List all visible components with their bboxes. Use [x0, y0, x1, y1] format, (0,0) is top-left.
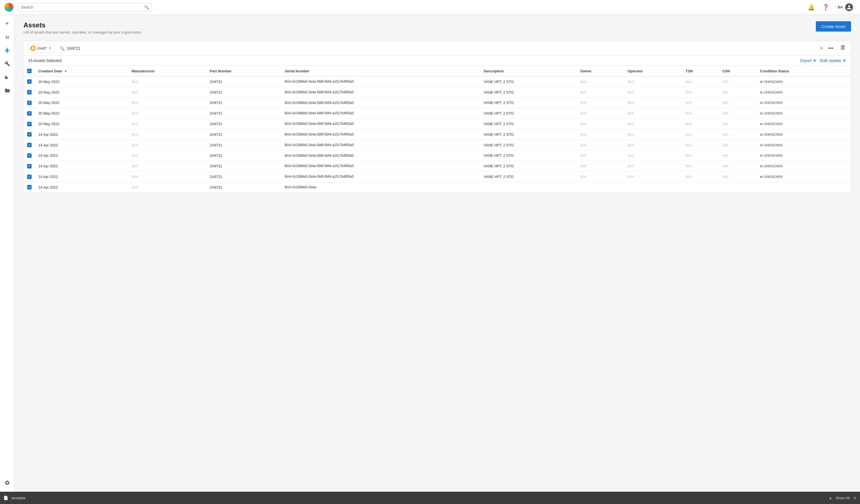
row-checkbox[interactable]: ✓ [27, 164, 32, 168]
row-checkbox-cell[interactable]: ✓ [24, 161, 35, 172]
cell-csn: N/A [719, 87, 757, 98]
sidebar-item-settings[interactable] [2, 477, 13, 488]
sidebar: + [0, 15, 15, 492]
bottom-close-button[interactable]: ✕ [853, 495, 857, 501]
search-input[interactable] [21, 5, 144, 10]
table-row: — 14 Apr 2022 N/A 2A9721 BAA-0c3388e0-2b… [24, 182, 851, 192]
table-row: ✓ 14 Apr 2022 N/A 2A9721 BAA-0c3388e0-2b… [24, 129, 851, 140]
cell-tsn: N/A [682, 76, 719, 87]
row-checkbox[interactable]: ✓ [27, 111, 32, 116]
row-checkbox[interactable]: ✓ [27, 79, 32, 84]
filter-clear-button[interactable]: ✕ [819, 45, 823, 51]
row-checkbox-cell[interactable]: ✓ [24, 172, 35, 182]
row-checkbox[interactable]: ✓ [27, 132, 32, 137]
cell-serial-number: BAA-0c3388e0-2b4a-5bf8-5bf4-a1517b4f93a5 [281, 172, 480, 182]
assets-table: — Creation Date ▼ Manufacturer Part Numb… [24, 66, 851, 193]
row-checkbox-cell[interactable]: ✓ [24, 108, 35, 119]
row-checkbox[interactable]: ✓ [27, 101, 32, 105]
row-checkbox-cell[interactable]: ✓ [24, 76, 35, 87]
cell-creation-date: 14 Apr 2022 [35, 172, 128, 182]
user-menu[interactable]: BA [835, 2, 856, 13]
sidebar-item-tools[interactable] [2, 58, 13, 69]
row-checkbox-cell[interactable]: ✓ [24, 140, 35, 150]
page-header: Assets List of assets that are owned, op… [24, 21, 851, 34]
svg-rect-3 [842, 48, 845, 49]
cell-creation-date: 14 Apr 2022 [35, 140, 128, 150]
cell-condition-status: UNKNOWN [757, 140, 851, 150]
cell-description: VANE HPT, 2 STG [480, 150, 577, 161]
col-manufacturer[interactable]: Manufacturer [128, 66, 206, 76]
row-checkbox-cell[interactable]: — [24, 182, 35, 192]
cell-description: VANE HPT, 2 STG [480, 129, 577, 140]
cell-owner: N/A [577, 76, 624, 87]
selection-count: 15 Assets Selected [28, 58, 61, 63]
sidebar-item-folder[interactable] [2, 85, 13, 96]
global-search[interactable]: 🔍 [18, 3, 152, 12]
filter-search-value: 2A9721 [67, 46, 814, 50]
cell-serial-number: BAA-0c3388e0-2b4a-5bf8-5bf4-a1517b4f93a5 [281, 98, 480, 108]
row-checkbox-cell[interactable]: ✓ [24, 129, 35, 140]
col-description[interactable]: Description [480, 66, 577, 76]
sidebar-item-analytics[interactable] [2, 31, 13, 43]
bottom-show-all-button[interactable]: Show All [836, 496, 850, 500]
table-row: ✓ 14 Apr 2022 N/A 2A9721 BAA-0c3388e0-2b… [24, 172, 851, 182]
sidebar-item-connections[interactable] [2, 72, 13, 83]
cell-condition-status: UNKNOWN [757, 172, 851, 182]
help-button[interactable]: ❓ [820, 2, 831, 12]
col-condition-status[interactable]: Condition Status [757, 66, 851, 76]
col-owner[interactable]: Owner [577, 66, 624, 76]
col-csn[interactable]: CSN [719, 66, 757, 76]
cell-part-number: 2A9721 [206, 129, 281, 140]
cell-owner: N/A [577, 150, 624, 161]
select-all-checkbox[interactable]: — [27, 69, 32, 73]
col-operator[interactable]: Operator [624, 66, 682, 76]
cell-owner: N/A [577, 140, 624, 150]
cell-tsn: N/A [682, 119, 719, 129]
select-all-header[interactable]: — [24, 66, 35, 76]
cell-tsn: N/A [682, 161, 719, 172]
cell-description: VANE HPT, 2 STG [480, 87, 577, 98]
bulk-update-button[interactable]: Bulk Update ▼ [820, 58, 846, 63]
row-checkbox[interactable]: ✓ [27, 153, 32, 158]
main-layout: + Assets List of assets that are owned, … [0, 15, 860, 492]
row-checkbox[interactable]: — [27, 185, 32, 189]
sidebar-item-add[interactable]: + [2, 18, 13, 29]
row-checkbox-cell[interactable]: ✓ [24, 87, 35, 98]
create-asset-button[interactable]: Create Asset [816, 21, 851, 32]
row-checkbox[interactable]: ✓ [27, 122, 32, 126]
cell-tsn: N/A [682, 129, 719, 140]
col-tsn[interactable]: TSN [682, 66, 719, 76]
cell-tsn: N/A [682, 87, 719, 98]
export-button[interactable]: Export ▼ [801, 58, 817, 63]
col-part-number[interactable]: Part Number [206, 66, 281, 76]
cell-description: VANE HPT, 2 STG [480, 76, 577, 87]
filter-columns-button[interactable] [838, 44, 847, 53]
sidebar-item-flights[interactable] [2, 45, 13, 56]
row-checkbox[interactable]: ✓ [27, 175, 32, 179]
row-checkbox-cell[interactable]: ✓ [24, 150, 35, 161]
row-checkbox[interactable]: ✓ [27, 90, 32, 94]
row-checkbox-cell[interactable]: ✓ [24, 119, 35, 129]
row-checkbox-cell[interactable]: ✓ [24, 98, 35, 108]
page-title: Assets [24, 21, 141, 29]
cell-operator: N/A [624, 119, 682, 129]
cell-operator: N/A [624, 76, 682, 87]
cell-owner: N/A [577, 119, 624, 129]
cell-condition-status: UNKNOWN [757, 87, 851, 98]
assets-table-container: — Creation Date ▼ Manufacturer Part Numb… [24, 66, 851, 193]
col-creation-date[interactable]: Creation Date ▼ [35, 66, 128, 76]
row-checkbox[interactable]: ✓ [27, 143, 32, 147]
cell-owner [577, 182, 624, 192]
col-serial-number[interactable]: Serial Number [281, 66, 480, 76]
filter-more-button[interactable]: ••• [826, 44, 836, 53]
filter-type-selector[interactable]: PART ▼ [27, 44, 55, 53]
cell-condition-status: UNKNOWN [757, 98, 851, 108]
bottom-bar: 📄 template ▲ Show All ✕ [0, 492, 860, 504]
cell-creation-date: 14 Apr 2022 [35, 129, 128, 140]
cell-part-number: 2A9721 [206, 150, 281, 161]
cell-operator: N/A [624, 172, 682, 182]
cell-tsn: N/A [682, 172, 719, 182]
cell-serial-number: BAA-0c3388e0-2b4a-5bf8-5bf4-a1517b4f93a5 [281, 140, 480, 150]
bottom-expand-button[interactable]: ▲ [828, 495, 832, 500]
notifications-button[interactable]: 🔔 [806, 2, 816, 12]
